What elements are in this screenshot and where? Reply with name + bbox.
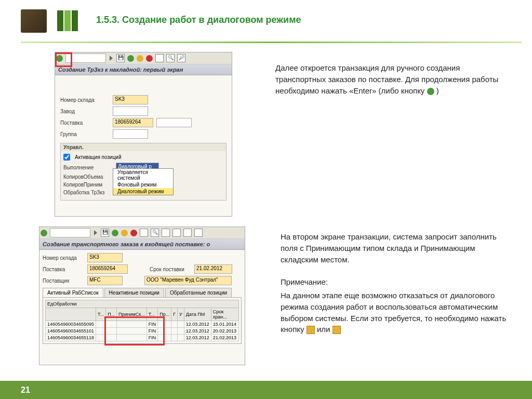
grid-col: Т... (147, 308, 158, 321)
vendor-name: ООО "Маревен Фуд Сэнтрал" (144, 276, 232, 285)
txt2-p1: На втором экране транзакции, система зап… (281, 231, 509, 265)
data-grid[interactable]: ЕдОбработки Т...П...ПринимСк...Т...Пр...… (45, 300, 239, 341)
delivery-input[interactable]: 180659264 (113, 118, 153, 127)
check-icon (427, 88, 434, 95)
tab-processed[interactable]: Обработанные позиции (165, 288, 232, 297)
grid-col: ПринимСк... (117, 308, 147, 321)
dropdown-option-selected[interactable]: Диалоговый режим (113, 188, 173, 195)
description-text-1: Далее откроется транзакция для ручного с… (275, 62, 504, 96)
save-icon[interactable]: 💾 (116, 54, 125, 62)
sap-toolbar[interactable]: 💾 🔍 🔎 (55, 52, 232, 64)
field-label: Срок поставки (150, 267, 191, 272)
grid-col: Пр... (158, 308, 171, 321)
nav-up-icon[interactable] (137, 55, 143, 62)
field-label: Поставщик (43, 278, 84, 284)
highlight-box (55, 52, 72, 67)
back-icon[interactable] (94, 230, 97, 235)
group-input[interactable] (113, 129, 148, 139)
dropdown-option[interactable]: Управляется системой (113, 169, 173, 181)
grid-col: Т... (96, 308, 106, 321)
field-label: Номер склада (60, 97, 110, 103)
table-row[interactable]: 146054960034655101FIN12.03.201220.02.201… (46, 328, 239, 335)
field-label: Поставка (43, 267, 84, 272)
field-label: Выполнение (63, 165, 113, 170)
back-icon[interactable] (110, 56, 113, 61)
sap-toolbar[interactable]: 💾 🔍 (39, 227, 245, 239)
sap-window-title: Создание транспортного заказа к входящей… (39, 239, 245, 250)
grid-col: Г (171, 308, 178, 321)
cancel-icon[interactable] (130, 230, 137, 236)
divider-line (21, 42, 522, 43)
field-label: Поставка (60, 120, 110, 126)
grid-col: У (178, 308, 184, 321)
dropdown-option[interactable]: Фоновый режим (113, 181, 173, 188)
command-input[interactable] (50, 228, 90, 237)
txt2-note-label: Примечание: (281, 276, 509, 288)
enter-icon[interactable] (41, 230, 47, 236)
page-icon[interactable] (183, 229, 192, 237)
sap-window-2: 💾 🔍 Создание транспортного заказа к вход… (39, 227, 245, 365)
txt2-p2: На данном этапе еще возможно отказаться … (281, 291, 506, 334)
find-icon[interactable]: 🔍 (151, 229, 159, 237)
warehouse-input[interactable]: SK3 (87, 253, 123, 262)
document-logo (21, 9, 47, 33)
cancel-icon[interactable] (146, 55, 153, 62)
print-icon[interactable] (155, 54, 164, 62)
save-icon-2 (332, 326, 341, 334)
plant-input[interactable] (113, 107, 148, 116)
grid-header-unit: ЕдОбработки (46, 300, 239, 308)
print-icon[interactable] (140, 229, 148, 237)
save-icon[interactable]: 💾 (101, 229, 109, 237)
sap-window-1: 💾 🔍 🔎 Создание ТрЗкз к накладной: первый… (55, 52, 232, 217)
field-label: КопировПриним (63, 182, 113, 188)
tab-active-list[interactable]: Активный РабСписок (43, 288, 103, 297)
page-icon[interactable] (194, 229, 203, 237)
txt2-or: или (317, 325, 330, 334)
nav-back-icon[interactable] (112, 230, 118, 236)
activate-checkbox[interactable] (63, 154, 70, 161)
checkbox-label: Активация позиций (75, 154, 122, 160)
warehouse-input[interactable]: SK3 (113, 95, 148, 104)
find-icon[interactable]: 🔍 (166, 54, 175, 62)
txt1-body: Далее откроется транзакция для ручного с… (275, 63, 498, 95)
slide-title: 1.5.3. Создание работ в диалоговом режим… (96, 15, 301, 25)
execution-dropdown-list[interactable]: Управляется системой Фоновый режим Диало… (113, 168, 174, 195)
page-icon[interactable] (162, 229, 170, 237)
grid-col: Дата ПМ (184, 308, 211, 321)
save-icon (307, 326, 315, 334)
extra-input[interactable] (156, 118, 192, 127)
grid-col: Срок хран... (211, 308, 238, 321)
field-label: КопировОбъема (63, 174, 113, 180)
delivery-input[interactable]: 180659264 (87, 264, 128, 274)
grid-col: П... (106, 308, 117, 321)
table-row[interactable]: 146054960034655095FIN12.03.201215.01.201… (46, 321, 239, 328)
tab-inactive[interactable]: Неактивные позиции (104, 288, 164, 297)
decorative-bars (57, 10, 78, 31)
field-label: Завод (60, 109, 110, 114)
control-box: Управл. Активация позиций Выполнение Диа… (60, 143, 227, 201)
nav-up-icon[interactable] (121, 230, 128, 236)
search-icon[interactable]: 🔎 (177, 54, 185, 62)
nav-back-icon[interactable] (127, 55, 134, 62)
txt1-close: ) (436, 86, 439, 95)
grid-col (46, 308, 96, 321)
vendor-input[interactable]: MFC (87, 276, 123, 285)
field-label: Номер склада (43, 255, 84, 261)
box-title: Управл. (61, 143, 226, 151)
sap-window-title: Создание ТрЗкз к накладной: первый экран (55, 64, 232, 75)
slide-footer: 21 (0, 381, 532, 399)
page-icon[interactable] (172, 229, 181, 237)
date-input[interactable]: 21.02.2012 (194, 264, 232, 274)
description-text-2: На втором экране транзакции, система зап… (281, 231, 509, 335)
field-label: Обработка ТрЗкз (63, 190, 113, 195)
table-row[interactable]: 146054960034655118FIN12.03.201221.02.201… (46, 335, 239, 341)
field-label: Группа (60, 131, 110, 137)
page-number: 21 (21, 385, 30, 395)
